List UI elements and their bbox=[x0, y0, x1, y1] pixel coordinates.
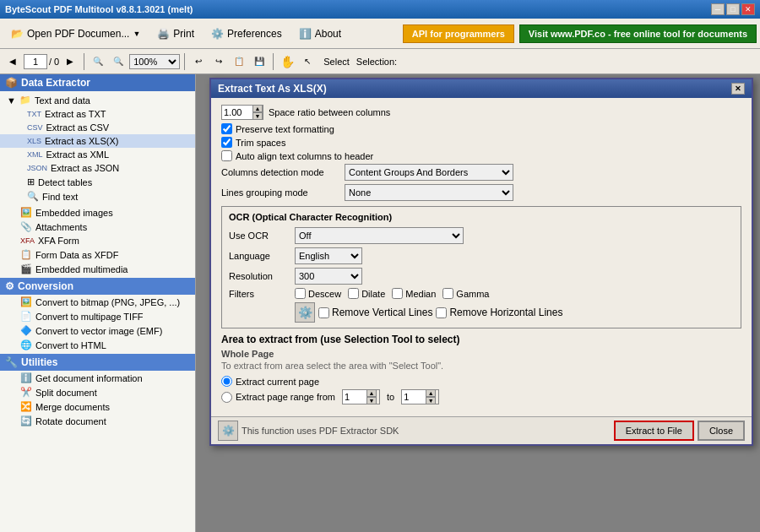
use-ocr-select[interactable]: Off On bbox=[295, 227, 464, 244]
lines-grouping-row: Lines grouping mode None Group by line bbox=[221, 184, 741, 201]
resolution-select[interactable]: 300 150 600 bbox=[295, 268, 362, 285]
language-select[interactable]: English French German bbox=[295, 247, 362, 264]
xml-icon: XML bbox=[27, 150, 43, 159]
page-input[interactable]: 1 bbox=[24, 54, 47, 69]
range-to-down[interactable]: ▼ bbox=[426, 397, 436, 404]
sidebar-item-html[interactable]: 🌐 Convert to HTML bbox=[0, 338, 195, 352]
rotate-left-button[interactable]: ↩ bbox=[189, 52, 208, 71]
ocr-icon-button[interactable]: ⚙️ bbox=[295, 302, 315, 323]
sidebar: 📦 Data Extractor ▼ 📁 Text and data TXT E… bbox=[0, 74, 196, 532]
extract-button[interactable]: Extract to File bbox=[614, 421, 694, 441]
sidebar-item-text-data[interactable]: ▼ 📁 Text and data bbox=[0, 93, 195, 107]
range-from-down[interactable]: ▼ bbox=[366, 397, 377, 404]
columns-detection-select[interactable]: Content Groups And Borders Borders Only … bbox=[345, 164, 513, 181]
hand-tool-button[interactable]: ✋ bbox=[278, 52, 296, 71]
range-from-value[interactable] bbox=[343, 390, 366, 404]
filter-dilate: Dilate bbox=[348, 288, 385, 299]
window-controls: ─ □ ✕ bbox=[711, 3, 755, 15]
sidebar-item-xfa[interactable]: XFA XFA Form bbox=[0, 234, 195, 247]
save-button[interactable]: 💾 bbox=[250, 52, 269, 71]
selection-label: Selection: bbox=[356, 57, 397, 67]
dialog-body: ▲ ▼ Space ratio between columns Preserve… bbox=[211, 98, 752, 416]
range-from-up[interactable]: ▲ bbox=[366, 389, 377, 397]
remove-horizontal-checkbox[interactable] bbox=[436, 307, 447, 318]
sidebar-item-merge[interactable]: 🔀 Merge documents bbox=[0, 399, 195, 414]
range-to-value[interactable] bbox=[402, 390, 426, 404]
range-to-input[interactable]: ▲ ▼ bbox=[401, 389, 439, 404]
maximize-button[interactable]: □ bbox=[726, 3, 740, 15]
space-ratio-value[interactable] bbox=[222, 106, 252, 119]
lines-grouping-select[interactable]: None Group by line bbox=[345, 184, 513, 201]
dialog-close-button[interactable]: ✕ bbox=[731, 83, 745, 95]
range-to-up[interactable]: ▲ bbox=[426, 389, 436, 397]
spin-down[interactable]: ▼ bbox=[252, 112, 263, 120]
dilate-checkbox[interactable] bbox=[348, 288, 359, 299]
sidebar-item-extract-csv[interactable]: CSV Extract as CSV bbox=[0, 121, 195, 134]
data-extractor-icon: 📦 bbox=[5, 77, 18, 89]
space-ratio-label: Space ratio between columns bbox=[269, 107, 390, 117]
print-menu-button[interactable]: 🖨️ Print bbox=[149, 22, 202, 46]
open-menu-button[interactable]: 📂 Open PDF Documen... ▼ bbox=[3, 22, 148, 46]
range-to-label: to bbox=[387, 392, 394, 402]
close-button[interactable]: ✕ bbox=[741, 3, 755, 15]
sidebar-item-extract-txt[interactable]: TXT Extract as TXT bbox=[0, 107, 195, 121]
sidebar-item-detect-tables[interactable]: ⊞ Detect tables bbox=[0, 175, 195, 189]
sidebar-item-tiff[interactable]: 📄 Convert to multipage TIFF bbox=[0, 309, 195, 323]
sidebar-item-rotate[interactable]: 🔄 Rotate document bbox=[0, 414, 195, 428]
sidebar-item-split[interactable]: ✂️ Split document bbox=[0, 385, 195, 399]
filters-row: Descew Dilate Median bbox=[295, 288, 734, 299]
auto-align-checkbox[interactable] bbox=[221, 150, 232, 161]
sidebar-item-extract-json[interactable]: JSON Extract as JSON bbox=[0, 161, 195, 175]
api-button[interactable]: API for programmers bbox=[403, 24, 514, 43]
space-ratio-input[interactable]: ▲ ▼ bbox=[221, 105, 263, 120]
select-tool-button[interactable]: ↖ bbox=[298, 52, 317, 71]
extract-dialog: Extract Text As XLS(X) ✕ ▲ ▼ Space ratio… bbox=[209, 78, 753, 446]
use-ocr-label: Use OCR bbox=[229, 231, 288, 241]
preferences-menu-button[interactable]: ⚙️ Preferences bbox=[204, 22, 290, 46]
zoom-in-button[interactable]: 🔍 bbox=[109, 52, 128, 71]
sidebar-item-multimedia[interactable]: 🎬 Embedded multimedia bbox=[0, 262, 195, 276]
options-icon-button[interactable]: ⚙️ bbox=[218, 421, 238, 441]
sidebar-item-form-xfdf[interactable]: 📋 Form Data as XFDF bbox=[0, 247, 195, 262]
filters-label: Filters bbox=[229, 289, 288, 299]
copy-button[interactable]: 📋 bbox=[230, 52, 248, 71]
sidebar-item-attachments[interactable]: 📎 Attachments bbox=[0, 220, 195, 234]
bitmap-icon: 🖼️ bbox=[20, 296, 32, 307]
spin-up[interactable]: ▲ bbox=[252, 105, 263, 112]
sidebar-item-embedded-images[interactable]: 🖼️ Embedded images bbox=[0, 205, 195, 220]
trim-spaces-row: Trim spaces bbox=[221, 137, 741, 148]
close-button[interactable]: Close bbox=[698, 421, 745, 441]
text-data-group: ▼ 📁 Text and data TXT Extract as TXT CSV… bbox=[0, 91, 195, 205]
extract-current-radio[interactable] bbox=[221, 376, 232, 387]
sidebar-item-doc-info[interactable]: ℹ️ Get document information bbox=[0, 371, 195, 385]
auto-align-row: Auto align text columns to header bbox=[221, 150, 741, 161]
zoom-out-button[interactable]: 🔍 bbox=[89, 52, 107, 71]
gamma-checkbox[interactable] bbox=[442, 288, 453, 299]
toolbar-separator-3 bbox=[273, 53, 274, 70]
sidebar-item-emf[interactable]: 🔷 Convert to vector image (EMF) bbox=[0, 323, 195, 338]
preserve-formatting-checkbox[interactable] bbox=[221, 123, 232, 134]
forward-button[interactable]: ▶ bbox=[61, 52, 79, 71]
extract-current-label: Extract current page bbox=[236, 377, 319, 387]
sidebar-item-find-text[interactable]: 🔍 Find text bbox=[0, 189, 195, 204]
extract-range-radio[interactable] bbox=[221, 392, 232, 403]
visit-button[interactable]: Visit www.PDF.co - free online tool for … bbox=[519, 24, 757, 43]
remove-vertical-checkbox[interactable] bbox=[318, 307, 329, 318]
preserve-formatting-label: Preserve text formatting bbox=[236, 124, 334, 134]
back-button[interactable]: ◀ bbox=[3, 52, 22, 71]
range-from-input[interactable]: ▲ ▼ bbox=[342, 389, 380, 404]
toolbar-separator-2 bbox=[184, 53, 185, 70]
columns-detection-row: Columns detection mode Content Groups An… bbox=[221, 164, 741, 181]
rotate-right-button[interactable]: ↪ bbox=[209, 52, 228, 71]
trim-spaces-checkbox[interactable] bbox=[221, 137, 232, 148]
emf-icon: 🔷 bbox=[20, 325, 32, 336]
sidebar-item-extract-xml[interactable]: XML Extract as XML bbox=[0, 148, 195, 161]
minimize-button[interactable]: ─ bbox=[711, 3, 725, 15]
descew-checkbox[interactable] bbox=[295, 288, 306, 299]
utilities-icon: 🔧 bbox=[5, 356, 18, 368]
zoom-select[interactable]: 100% 75% 150% bbox=[129, 54, 180, 69]
sidebar-item-extract-xls[interactable]: XLS Extract as XLS(X) bbox=[0, 134, 195, 148]
median-checkbox[interactable] bbox=[392, 288, 403, 299]
sidebar-item-bitmap[interactable]: 🖼️ Convert to bitmap (PNG, JPEG, ...) bbox=[0, 295, 195, 309]
about-menu-button[interactable]: ℹ️ About bbox=[291, 22, 349, 46]
